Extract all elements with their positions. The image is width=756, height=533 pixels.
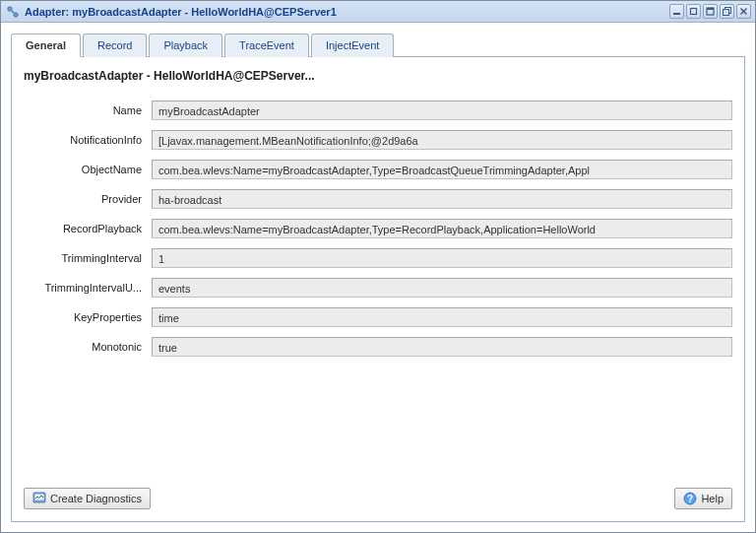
svg-point-0 (8, 6, 12, 10)
value-monotonic: true (152, 337, 732, 357)
value-trimmingintervalu: events (152, 278, 732, 298)
tabstrip: General Record Playback TraceEvent Injec… (11, 33, 745, 56)
svg-rect-3 (673, 13, 680, 15)
titlebar: Adapter: myBroadcastAdapter - HelloWorld… (1, 1, 755, 23)
label-provider: Provider (24, 193, 152, 205)
value-keyproperties: time (152, 307, 732, 327)
label-objectname: ObjectName (24, 164, 152, 175)
restore-button[interactable] (686, 4, 701, 19)
row-provider: Provider ha-broadcast (24, 189, 732, 209)
row-recordplayback: RecordPlayback com.bea.wlevs:Name=myBroa… (24, 219, 732, 238)
content-area: General Record Playback TraceEvent Injec… (1, 23, 755, 532)
help-label: Help (701, 493, 724, 504)
svg-line-2 (12, 11, 14, 13)
row-trimminginterval: TrimmingInterval 1 (24, 248, 732, 268)
value-provider: ha-broadcast (152, 189, 732, 209)
create-diagnostics-label: Create Diagnostics (50, 493, 142, 504)
button-bar: Create Diagnostics ? Help (24, 488, 732, 509)
tab-panel-general: myBroadcastAdapter - HelloWorldHA@CEPSer… (11, 56, 745, 522)
detach-button[interactable] (720, 4, 734, 19)
row-monotonic: Monotonic true (24, 337, 732, 357)
svg-point-1 (14, 12, 18, 16)
help-icon: ? (683, 492, 697, 505)
properties-form: Name myBroadcastAdapter NotificationInfo… (24, 100, 732, 482)
row-notificationinfo: NotificationInfo [Ljavax.management.MBea… (24, 130, 732, 150)
label-recordplayback: RecordPlayback (24, 223, 152, 234)
close-button[interactable] (736, 4, 751, 19)
tab-general[interactable]: General (11, 33, 81, 57)
label-trimminginterval: TrimmingInterval (24, 252, 152, 264)
svg-text:?: ? (687, 494, 693, 504)
page-title: myBroadcastAdapter - HelloWorldHA@CEPSer… (24, 69, 732, 83)
label-keyproperties: KeyProperties (24, 311, 152, 323)
row-keyproperties: KeyProperties time (24, 307, 732, 327)
tab-record[interactable]: Record (83, 33, 147, 57)
value-notificationinfo: [Ljavax.management.MBeanNotificationInfo… (152, 130, 732, 150)
svg-rect-8 (724, 10, 729, 16)
row-trimmingintervalu: TrimmingIntervalU... events (24, 278, 732, 298)
create-diagnostics-button[interactable]: Create Diagnostics (24, 488, 151, 509)
maximize-button[interactable] (703, 4, 718, 19)
label-notificationinfo: NotificationInfo (24, 134, 152, 146)
adapter-icon (5, 4, 21, 20)
svg-rect-4 (691, 9, 697, 15)
tab-traceevent[interactable]: TraceEvent (224, 33, 309, 57)
row-name: Name myBroadcastAdapter (24, 100, 732, 120)
row-objectname: ObjectName com.bea.wlevs:Name=myBroadcas… (24, 160, 732, 179)
window: Adapter: myBroadcastAdapter - HelloWorld… (0, 0, 756, 533)
value-name: myBroadcastAdapter (152, 100, 732, 120)
tab-playback[interactable]: Playback (149, 33, 222, 57)
minimize-button[interactable] (669, 4, 684, 19)
window-title: Adapter: myBroadcastAdapter - HelloWorld… (25, 6, 669, 18)
window-controls (669, 4, 751, 19)
tab-injectevent[interactable]: InjectEvent (311, 33, 394, 57)
label-trimmingintervalu: TrimmingIntervalU... (24, 282, 152, 294)
value-recordplayback: com.bea.wlevs:Name=myBroadcastAdapter,Ty… (152, 219, 732, 238)
svg-rect-6 (707, 8, 714, 10)
value-objectname: com.bea.wlevs:Name=myBroadcastAdapter,Ty… (152, 160, 732, 179)
value-trimminginterval: 1 (152, 248, 732, 268)
help-button[interactable]: ? Help (674, 488, 732, 509)
label-monotonic: Monotonic (24, 341, 152, 353)
diagnostics-icon (32, 492, 46, 505)
label-name: Name (24, 104, 152, 116)
